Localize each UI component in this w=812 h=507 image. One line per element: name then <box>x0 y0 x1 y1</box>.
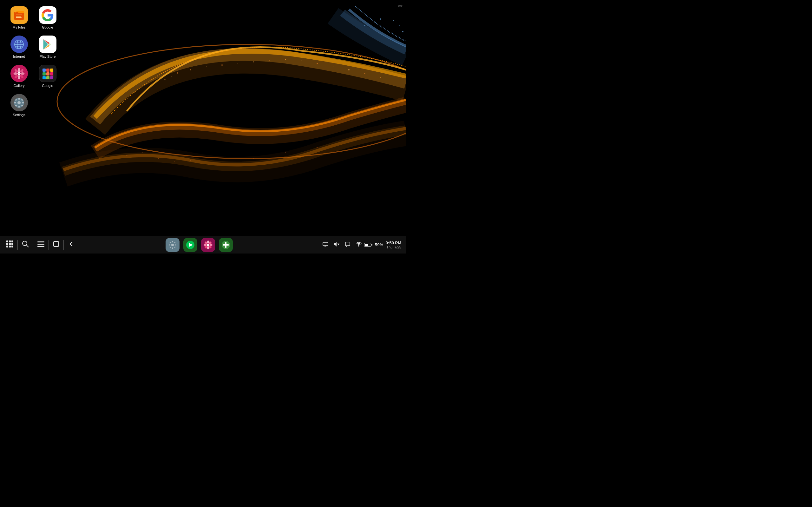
svg-point-17 <box>380 77 381 78</box>
svg-point-96 <box>209 244 212 246</box>
svg-rect-83 <box>172 247 173 249</box>
home-button[interactable] <box>51 239 61 250</box>
internet-icon <box>10 36 28 53</box>
svg-point-9 <box>253 62 254 62</box>
battery-fill <box>365 244 368 246</box>
svg-rect-78 <box>38 246 45 247</box>
status-separator-2 <box>342 240 342 250</box>
settings-label: Settings <box>13 113 25 117</box>
svg-rect-60 <box>22 102 24 103</box>
svg-rect-65 <box>6 240 8 242</box>
apps-grid-button[interactable] <box>5 239 15 250</box>
svg-rect-58 <box>18 106 20 108</box>
svg-point-54 <box>18 73 20 74</box>
wifi-icon <box>356 241 362 248</box>
dock-settings-button[interactable] <box>166 238 180 252</box>
current-date: Thu, 7/25 <box>386 245 401 249</box>
battery-body <box>364 243 371 246</box>
svg-rect-68 <box>6 243 8 245</box>
app-item-gallery[interactable]: Gallery <box>6 65 32 88</box>
google-folder-label: Google <box>42 84 53 88</box>
nav-separator-4 <box>63 240 64 250</box>
svg-rect-66 <box>9 240 11 242</box>
svg-rect-85 <box>175 244 176 245</box>
svg-point-26 <box>142 152 143 153</box>
svg-point-24 <box>402 31 403 33</box>
play-store-icon <box>39 36 56 53</box>
svg-point-101 <box>207 244 209 246</box>
svg-point-30 <box>222 163 222 164</box>
svg-point-33 <box>317 147 318 148</box>
svg-point-3 <box>171 76 172 76</box>
svg-rect-69 <box>9 243 11 245</box>
svg-point-10 <box>269 60 270 61</box>
google-folder-icon <box>39 65 56 82</box>
nav-icons <box>5 239 76 250</box>
app-item-internet[interactable]: Internet <box>6 36 32 58</box>
mute-icon[interactable] <box>334 241 339 248</box>
svg-rect-79 <box>54 241 59 246</box>
svg-rect-35 <box>16 15 22 15</box>
svg-point-7 <box>222 64 223 66</box>
svg-rect-36 <box>16 16 21 16</box>
taskbar-right: 59% 9:59 PM Thu, 7/25 <box>323 240 401 250</box>
svg-point-23 <box>399 25 400 26</box>
app-item-my-files[interactable]: My Files <box>6 6 32 29</box>
google-icon <box>39 6 56 24</box>
svg-point-19 <box>374 22 375 22</box>
svg-point-22 <box>393 20 394 21</box>
svg-point-95 <box>204 244 207 246</box>
app-item-google[interactable]: Google <box>35 6 60 29</box>
dock-blossom-button[interactable] <box>201 238 215 252</box>
svg-point-81 <box>171 244 174 246</box>
svg-point-25 <box>127 155 127 156</box>
svg-point-12 <box>301 61 302 61</box>
svg-rect-73 <box>11 245 13 247</box>
app-item-play-store[interactable]: Play Store <box>35 36 60 58</box>
svg-point-15 <box>348 69 350 70</box>
svg-point-11 <box>285 59 286 60</box>
app-item-google-folder[interactable]: Google <box>35 65 60 88</box>
svg-point-47 <box>14 72 18 75</box>
svg-rect-70 <box>11 243 13 245</box>
app-grid: My Files Google Internet <box>3 3 63 120</box>
svg-point-110 <box>359 245 359 246</box>
taskbar-left <box>5 239 76 250</box>
svg-point-31 <box>253 158 254 159</box>
recents-button[interactable] <box>36 239 46 250</box>
settings-icon <box>10 94 28 111</box>
nav-separator-2 <box>33 240 33 250</box>
play-store-label: Play Store <box>40 55 56 58</box>
battery-indicator <box>364 243 372 246</box>
back-button[interactable] <box>66 239 76 250</box>
svg-rect-76 <box>38 241 45 242</box>
svg-point-74 <box>22 241 27 245</box>
svg-point-27 <box>158 158 159 159</box>
app-item-settings[interactable]: Settings <box>6 94 32 117</box>
svg-point-21 <box>387 15 387 16</box>
svg-point-93 <box>207 240 209 244</box>
search-button[interactable] <box>20 239 30 250</box>
svg-point-45 <box>18 68 20 72</box>
taskbar-center-dock <box>166 238 233 252</box>
battery-tip <box>371 244 372 245</box>
svg-point-8 <box>238 63 238 64</box>
svg-rect-57 <box>18 98 20 100</box>
stylus-corner-indicator: ✏ <box>398 3 403 9</box>
svg-point-56 <box>17 101 21 104</box>
svg-point-6 <box>206 66 206 67</box>
svg-point-20 <box>380 18 381 20</box>
svg-rect-71 <box>6 245 8 247</box>
svg-point-16 <box>365 73 365 74</box>
current-time: 9:59 PM <box>386 240 401 245</box>
dock-play-button[interactable] <box>183 238 197 252</box>
svg-point-18 <box>365 25 365 26</box>
taskbar: 59% 9:59 PM Thu, 7/25 <box>0 236 406 253</box>
svg-point-48 <box>21 72 25 75</box>
dock-tools-button[interactable] <box>219 238 233 252</box>
time-date-block: 9:59 PM Thu, 7/25 <box>386 240 401 249</box>
screen-cast-icon[interactable] <box>323 241 328 248</box>
my-files-icon <box>10 6 28 24</box>
chat-icon[interactable] <box>345 241 351 248</box>
svg-rect-104 <box>223 244 229 245</box>
